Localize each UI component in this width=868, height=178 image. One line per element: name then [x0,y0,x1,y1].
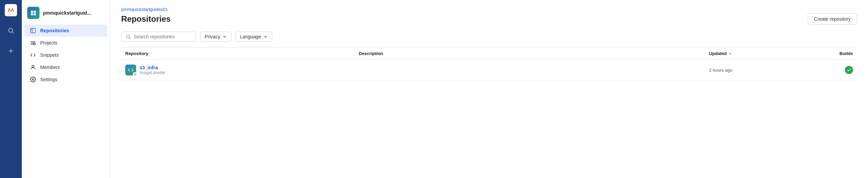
code-icon [128,67,134,73]
build-success-badge[interactable] [845,66,853,74]
svg-rect-14 [134,74,136,75]
svg-point-1 [9,28,13,32]
header-updated[interactable]: Updated [709,51,826,56]
icon-bar [0,0,22,178]
checkmark-icon [847,68,851,72]
members-icon [30,64,36,70]
language-filter-button[interactable]: Language [236,32,272,42]
sidebar-item-members-label: Members [40,65,60,70]
repository-table: Repository Description Updated Builds [121,47,857,81]
lock-icon [134,73,136,76]
org-avatar [27,7,39,19]
repo-name[interactable]: s3_infra [140,65,165,70]
search-icon [126,34,131,39]
svg-point-12 [127,35,130,38]
repo-namespace: ImageLabeller [140,70,165,75]
settings-icon [30,76,36,83]
sidebar-item-snippets-label: Snippets [40,52,59,58]
svg-point-11 [32,79,34,81]
sidebar-item-snippets[interactable]: Snippets [25,49,107,61]
table-header: Repository Description Updated Builds [121,48,857,60]
sidebar-item-settings-label: Settings [40,77,58,82]
table-row: s3_infra ImageLabeller 2 hours ago [121,60,857,81]
header-description: Description [359,51,709,56]
svg-point-10 [32,65,34,67]
page-header: Repositories Create repository [121,13,857,25]
main-content: pmmquickstartguides01 Repositories Creat… [110,0,868,178]
privacy-filter-button[interactable]: Privacy [200,32,231,42]
language-chevron-icon [263,34,268,39]
repo-updated: 2 hours ago [709,68,826,73]
sidebar-item-projects[interactable]: Projects [25,37,107,49]
privacy-filter-label: Privacy [205,34,220,39]
sidebar: pmmquickstartguid... Repositories Projec… [22,0,110,178]
repo-info: s3_infra ImageLabeller [140,65,165,75]
svg-rect-9 [34,43,35,45]
header-builds: Builds [826,51,853,56]
sidebar-item-members[interactable]: Members [25,61,107,73]
sidebar-item-settings[interactable]: Settings [25,73,107,86]
page-title: Repositories [121,14,171,24]
repo-cell: s3_infra ImageLabeller [125,65,359,75]
breadcrumb[interactable]: pmmquickstartguides01 [121,7,857,12]
search-nav-icon[interactable] [5,24,17,37]
sort-icon [728,52,732,56]
brand-logo[interactable] [5,4,17,16]
sidebar-item-repositories[interactable]: Repositories [25,24,107,37]
svg-line-13 [129,38,131,39]
svg-line-2 [12,32,14,34]
org-name: pmmquickstartguid... [43,10,91,16]
repositories-icon [30,28,36,34]
search-box[interactable] [121,32,196,42]
sidebar-item-projects-label: Projects [40,40,58,46]
snippets-icon [30,52,36,58]
create-nav-icon[interactable] [5,45,17,57]
privacy-chevron-icon [222,34,227,39]
projects-icon [30,40,36,46]
org-header[interactable]: pmmquickstartguid... [22,4,110,24]
create-repository-button[interactable]: Create repository [808,13,857,25]
svg-rect-6 [31,28,35,33]
search-input[interactable] [134,34,192,39]
filters-row: Privacy Language [121,32,857,42]
svg-rect-0 [7,6,15,14]
sidebar-item-repositories-label: Repositories [40,28,69,33]
language-filter-label: Language [240,34,261,39]
svg-rect-5 [30,9,37,17]
repo-icon [125,65,136,75]
header-repository: Repository [125,51,359,56]
repo-lock-badge [133,72,137,76]
repo-builds [826,66,853,74]
